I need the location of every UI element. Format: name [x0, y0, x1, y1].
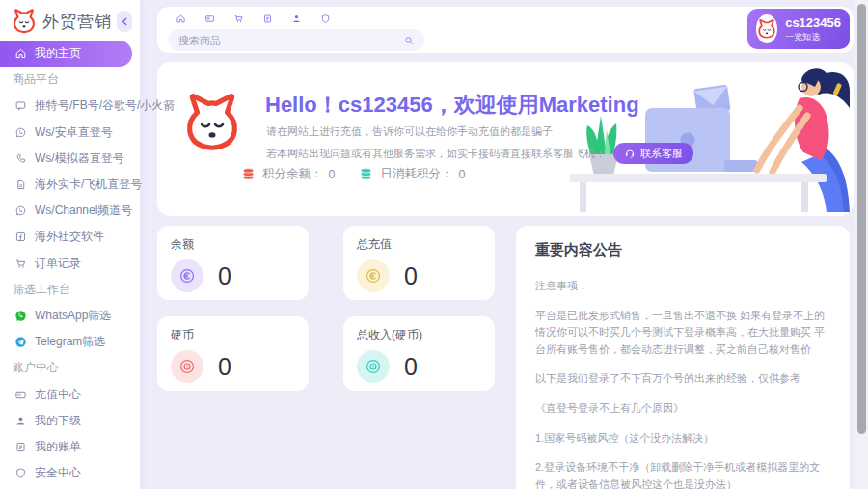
sidebar-collapse-button[interactable]	[117, 11, 132, 32]
contact-support-label: 联系客服	[640, 147, 683, 161]
sidebar-item-label: Ws/模拟器直登号	[35, 150, 124, 167]
sidebar-item-my-bills[interactable]: 我的账单	[0, 434, 140, 460]
points-balance-label: 积分余额：	[262, 166, 323, 182]
sidebar-item-label: Ws/Channel频道号	[35, 203, 132, 219]
total-recharge-card: 总充值 0	[343, 226, 495, 300]
cart-icon	[14, 258, 27, 270]
balance-card: 余额 0	[157, 226, 309, 300]
topnav-cart-icon[interactable]	[233, 14, 244, 24]
announcement-paragraph: 平台是已批发形式销售，一旦售出不退不换 如果有登录不上的情况你可以不时买几个号测…	[535, 308, 830, 359]
search-bar	[169, 29, 424, 51]
user-icon	[14, 415, 27, 427]
sidebar-item-security-center[interactable]: 安全中心	[0, 460, 140, 486]
telegram-blue-icon	[14, 336, 27, 348]
sidebar-item-recharge-center[interactable]: 充值中心	[0, 381, 140, 407]
card-value: 0	[218, 262, 231, 290]
sidebar-item-ws-android[interactable]: Ws/安卓直登号	[0, 120, 140, 146]
announcement-title: 重要内容公告	[535, 241, 830, 259]
topnav-home-icon[interactable]	[176, 14, 186, 24]
hero-subtitle-2-row: 若本网站出现问题或有其他服务需求，如实卡接码请直接联系客服飞机： 联系客服	[266, 143, 693, 164]
euro-coin-icon	[171, 259, 203, 292]
sidebar-item-ws-emulator[interactable]: Ws/模拟器直登号	[0, 146, 140, 172]
card-label: 总收入(硬币)	[357, 327, 481, 343]
avatar	[756, 14, 777, 43]
chat-icon	[14, 99, 27, 112]
coins-card: 硬币 0	[157, 316, 309, 391]
announcement-panel: 重要内容公告 注意事项： 平台是已批发形式销售，一旦售出不退不换 如果有登录不上…	[516, 226, 850, 489]
home-icon	[14, 47, 27, 60]
sidebar-item-label: 我的下级	[35, 413, 81, 429]
hero-stats: 积分余额： 0 日消耗积分： 0	[240, 166, 465, 182]
announcement-paragraph: 注意事项：	[535, 278, 830, 295]
sidebar-item-label: 海外社交软件	[35, 229, 104, 245]
daily-points-value: 0	[458, 168, 465, 181]
whatsapp-icon	[14, 126, 27, 139]
user-badge-texts: cs123456 一览知选	[785, 15, 841, 42]
sidebar-item-orders[interactable]: 订单记录	[0, 251, 140, 277]
brand: 外贸营销	[0, 0, 140, 41]
facebook-icon	[14, 231, 27, 243]
card-value: 0	[404, 262, 418, 290]
shield-icon	[14, 467, 27, 479]
whatsapp-icon	[14, 204, 27, 217]
topnav-bank-card-icon[interactable]	[204, 14, 215, 24]
hero-subtitle-2: 若本网站出现问题或有其他服务需求，如实卡接码请直接联系客服飞机：	[266, 147, 606, 161]
sidebar-item-label: 我的主页	[35, 45, 81, 62]
scrollbar-thumb[interactable]	[857, 4, 866, 434]
sim-card-icon	[14, 178, 27, 191]
sidebar-item-whatsapp-filter[interactable]: WhatsApp筛选	[0, 303, 140, 329]
sidebar-section-account-center: 账户中心	[0, 355, 140, 381]
bank-card-icon	[14, 389, 27, 401]
announcement-paragraph: 1.国家号码被风控（这个没办法解决）	[535, 430, 830, 448]
coin-target-icon	[357, 350, 390, 383]
sidebar-item-label: 海外实卡/飞机直登号	[35, 177, 142, 193]
coins-teal-icon	[358, 166, 374, 182]
hero-card: Hello！cs123456，欢迎使用Marketing 请在网站上进行充值，告…	[157, 62, 854, 216]
sidebar-item-home[interactable]: 我的主页	[0, 41, 132, 67]
sidebar-item-label: Telegram筛选	[35, 334, 105, 350]
sidebar-item-telegram-filter[interactable]: Telegram筛选	[0, 329, 140, 355]
hero-illustration	[562, 66, 850, 212]
whatsapp-green-icon	[14, 310, 27, 322]
brand-title: 外贸营销	[42, 11, 112, 33]
card-label: 余额	[171, 236, 295, 253]
points-balance-value: 0	[329, 168, 336, 181]
sidebar-item-twitter-fb-google[interactable]: 推特号/FB号/谷歌号/小火箭	[0, 93, 140, 119]
sidebar-item-ws-channel[interactable]: Ws/Channel频道号	[0, 198, 140, 224]
contact-support-button[interactable]: 联系客服	[613, 143, 693, 164]
headset-icon	[624, 148, 636, 159]
card-value: 0	[218, 353, 231, 381]
sidebar-item-overseas-sim[interactable]: 海外实卡/飞机直登号	[0, 172, 140, 198]
daily-points-stat: 日消耗积分： 0	[358, 166, 465, 182]
card-label: 总充值	[357, 236, 481, 253]
user-badge[interactable]: cs123456 一览知选	[747, 9, 850, 49]
sidebar-item-overseas-social[interactable]: 海外社交软件	[0, 224, 140, 250]
phone-icon	[14, 152, 27, 165]
sidebar-item-label: 安全中心	[35, 465, 81, 481]
card-label: 硬币	[171, 327, 295, 343]
username: cs123456	[785, 15, 841, 31]
sidebar-item-label: 充值中心	[35, 387, 81, 403]
topnav-bill-icon[interactable]	[262, 14, 273, 24]
card-value: 0	[404, 353, 418, 381]
search-icon[interactable]	[403, 35, 415, 46]
page-scrollbar[interactable]	[855, 0, 868, 489]
coins-red-icon	[240, 166, 257, 182]
sidebar-item-label: 我的账单	[35, 439, 81, 455]
sidebar-section-products: 商品平台	[0, 67, 140, 93]
stat-cards: 余额 0 总充值 0 硬币 0 总收入(硬币) 0	[157, 226, 495, 391]
points-balance-stat: 积分余额： 0	[240, 166, 335, 182]
announcement-paragraph: 以下是我们登录了不下百万个号的出来的经验，仅供参考	[535, 370, 830, 388]
brand-cat-logo-icon	[11, 8, 38, 35]
sidebar-item-my-subordinates[interactable]: 我的下级	[0, 408, 140, 434]
sidebar-item-label: 订单记录	[35, 256, 81, 272]
daily-points-label: 日消耗积分：	[380, 166, 452, 182]
search-input[interactable]	[178, 35, 403, 46]
user-tagline: 一览知选	[785, 32, 841, 42]
sidebar-item-label: 推特号/FB号/谷歌号/小火箭	[35, 97, 175, 114]
hero-subtitle-1: 请在网站上进行充值，告诉你可以在给你手动充值的都是骗子	[266, 124, 553, 139]
topnav-shield-icon[interactable]	[320, 14, 331, 24]
sidebar-section-filter-workbench: 筛选工作台	[0, 277, 140, 303]
topnav-user-icon[interactable]	[291, 14, 302, 24]
coin-target-icon	[171, 350, 203, 383]
